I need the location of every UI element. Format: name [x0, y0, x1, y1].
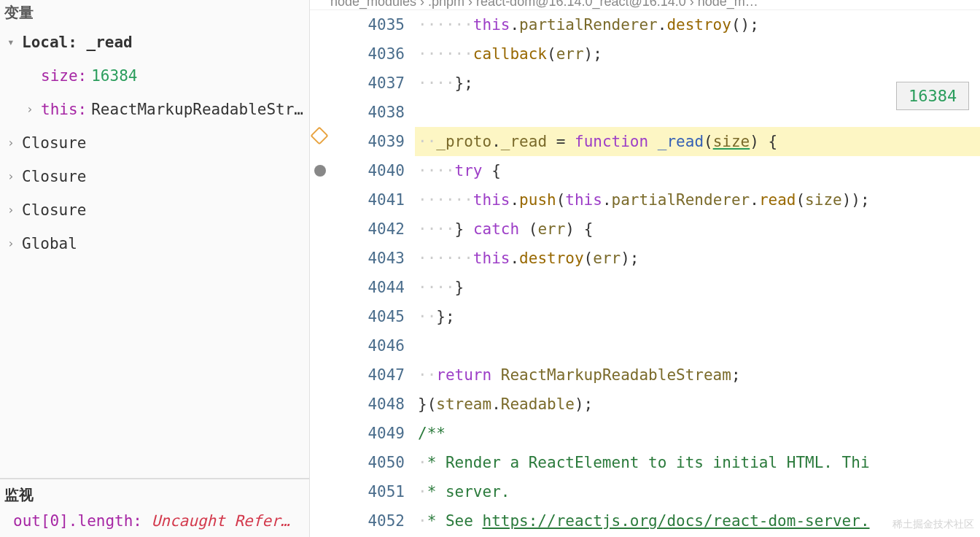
line-number[interactable]: 4049: [335, 419, 405, 448]
gutter-mark-cell[interactable]: [310, 39, 335, 69]
line-number[interactable]: 4047: [335, 360, 405, 390]
gutter-mark-cell[interactable]: [310, 419, 335, 448]
gutter-mark-cell[interactable]: [310, 390, 335, 419]
scope-row[interactable]: ›Closure: [0, 193, 309, 227]
scope-row[interactable]: ›this: ReactMarkupReadableStr…: [0, 93, 309, 126]
watch-title: 监视: [0, 485, 309, 511]
line-number[interactable]: 4043: [335, 244, 405, 273]
code-line[interactable]: ··_proto._read = function _read(size) {: [415, 127, 980, 156]
scope-label: Local: _read: [22, 28, 133, 56]
var-value: 16384: [91, 62, 137, 90]
gutter-mark-cell[interactable]: [310, 215, 335, 244]
line-number[interactable]: 4040: [335, 156, 405, 185]
line-number[interactable]: 4048: [335, 390, 405, 419]
gutter-mark-cell[interactable]: [310, 10, 335, 39]
chevron-icon: ›: [26, 96, 36, 123]
line-number[interactable]: 4036: [335, 39, 405, 69]
gutter-mark-cell[interactable]: [310, 244, 335, 273]
watch-panel: 监视 out[0].length: Uncaught Refer…: [0, 478, 309, 537]
chevron-icon: ›: [7, 230, 18, 258]
gutter-mark-cell[interactable]: [310, 185, 335, 215]
chevron-icon: ›: [7, 196, 18, 224]
scope-row[interactable]: ›Closure: [0, 126, 309, 160]
line-number[interactable]: 4039: [335, 127, 405, 156]
line-number[interactable]: 4046: [335, 331, 405, 360]
code-line[interactable]: ····}: [415, 273, 980, 302]
code-line[interactable]: ······this.destroy(err);: [415, 244, 980, 273]
scope-row[interactable]: ›Closure: [0, 160, 309, 193]
code-line[interactable]: ······callback(err);: [415, 39, 980, 69]
gutter-mark-cell[interactable]: [310, 302, 335, 331]
var-key: this:: [41, 96, 87, 123]
scope-label: Closure: [22, 163, 87, 190]
gutter-mark-cell[interactable]: [310, 360, 335, 390]
line-number[interactable]: 4042: [335, 215, 405, 244]
code-line[interactable]: [415, 98, 980, 127]
gutter-mark-cell[interactable]: [310, 477, 335, 506]
code-line[interactable]: ····};: [415, 69, 980, 98]
watermark: 稀土掘金技术社区: [892, 518, 974, 531]
gutter-mark-cell[interactable]: [310, 69, 335, 98]
gutter-mark-cell[interactable]: [310, 156, 335, 185]
gutter-mark-cell[interactable]: [310, 448, 335, 477]
code-line[interactable]: ··};: [415, 302, 980, 331]
line-number[interactable]: 4051: [335, 477, 405, 506]
debug-sidebar: 变量 ▾Local: _readsize: 16384›this: ReactM…: [0, 0, 310, 537]
code-area: 4035403640374038403940404041404240434044…: [310, 10, 980, 537]
gutter-mark-cell[interactable]: [310, 506, 335, 536]
gutter-mark-cell[interactable]: [310, 98, 335, 127]
watch-expr: out[0].length:: [13, 512, 142, 530]
gutter-mark-cell[interactable]: [310, 331, 335, 360]
watch-row[interactable]: out[0].length: Uncaught Refer…: [0, 511, 309, 531]
scope-row[interactable]: size: 16384: [0, 59, 309, 93]
var-key: size:: [41, 62, 87, 90]
watch-value: Uncaught Refer…: [152, 512, 290, 530]
variables-title: 变量: [0, 0, 309, 26]
gutter-mark-cell[interactable]: [310, 273, 335, 302]
line-number-gutter[interactable]: 4035403640374038403940404041404240434044…: [335, 10, 415, 537]
code-line[interactable]: /**: [415, 419, 980, 448]
code-line[interactable]: ····} catch (err) {: [415, 215, 980, 244]
line-number[interactable]: 4052: [335, 506, 405, 536]
scope-label: Closure: [22, 196, 87, 224]
code-line[interactable]: ·* server.: [415, 477, 980, 506]
breakpoint-dot-icon: [314, 165, 326, 177]
scope-row[interactable]: ▾Local: _read: [0, 26, 309, 59]
gutter-mark-cell[interactable]: [310, 127, 335, 156]
line-number[interactable]: 4038: [335, 98, 405, 127]
code-line[interactable]: [415, 331, 980, 360]
scope-label: Global: [22, 230, 77, 258]
line-number[interactable]: 4044: [335, 273, 405, 302]
code-line[interactable]: ······this.partialRenderer.destroy();: [415, 10, 980, 39]
gutter-marks[interactable]: [310, 10, 335, 537]
chevron-icon: ›: [7, 129, 18, 157]
chevron-icon: ›: [7, 163, 18, 190]
chevron-icon: ▾: [7, 28, 18, 56]
scope-row[interactable]: ›Global: [0, 227, 309, 260]
code-line[interactable]: ······this.push(this.partialRenderer.rea…: [415, 185, 980, 215]
editor-pane: node_modules › .pnpm › react-dom@16.14.0…: [310, 0, 980, 537]
line-number[interactable]: 4041: [335, 185, 405, 215]
code-line[interactable]: ····try {: [415, 156, 980, 185]
code-line[interactable]: ··return ReactMarkupReadableStream;: [415, 360, 980, 390]
code-content[interactable]: 16384 ······this.partialRenderer.destroy…: [415, 10, 980, 537]
breadcrumb[interactable]: node_modules › .pnpm › react-dom@16.14.0…: [310, 0, 980, 10]
line-number[interactable]: 4035: [335, 10, 405, 39]
line-number[interactable]: 4050: [335, 448, 405, 477]
line-number[interactable]: 4037: [335, 69, 405, 98]
code-line[interactable]: ·* Render a ReactElement to its initial …: [415, 448, 980, 477]
variables-panel: 变量 ▾Local: _readsize: 16384›this: ReactM…: [0, 0, 309, 478]
current-breakpoint-icon: [310, 126, 328, 144]
scope-label: Closure: [22, 129, 87, 157]
line-number[interactable]: 4045: [335, 302, 405, 331]
var-value: ReactMarkupReadableStr…: [91, 96, 303, 123]
code-line[interactable]: }(stream.Readable);: [415, 390, 980, 419]
